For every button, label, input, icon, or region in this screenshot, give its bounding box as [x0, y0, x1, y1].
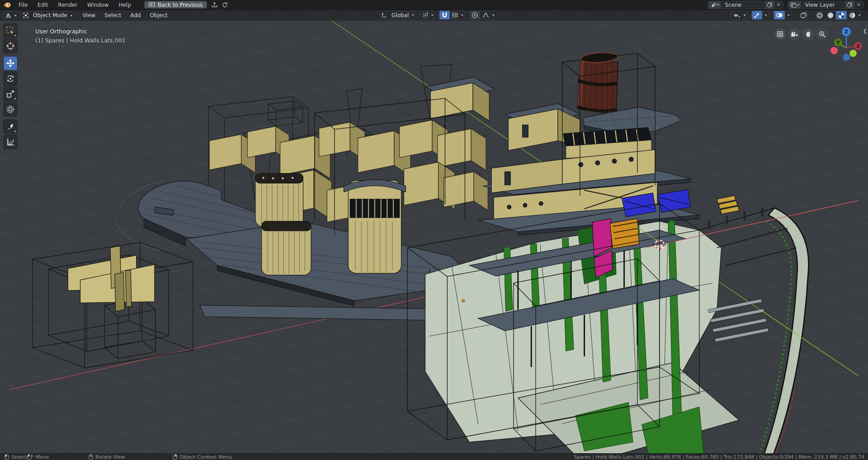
gizmo-axis-x-neg[interactable] — [830, 47, 838, 54]
blender-window: ▾ Object Mode ▾ View Select Add Object — [0, 0, 868, 460]
scene-unlink-button[interactable]: ✕ — [774, 2, 783, 8]
gizmos-toggle[interactable] — [752, 11, 762, 19]
hint-rotate-view-label: Rotate View — [95, 454, 125, 460]
gizmo-axis-y-neg[interactable] — [849, 50, 857, 57]
chevron-down-icon: ▾ — [431, 13, 433, 17]
orientation-label: Global — [389, 12, 411, 19]
hint-context-menu: Object Context Menu — [173, 454, 232, 460]
gizmo-axis-z-neg[interactable] — [843, 54, 850, 61]
shading-modes: ▾ — [813, 11, 862, 19]
tool-move[interactable] — [3, 56, 18, 70]
falloff-curve-icon[interactable] — [480, 11, 491, 19]
pivot-point-dropdown[interactable]: ▾ — [420, 11, 435, 19]
shading-material-icon[interactable] — [836, 11, 847, 19]
menu-edit[interactable]: Edit — [33, 0, 53, 10]
snap-group: ▾ — [439, 11, 465, 19]
axis-nav-gizmo[interactable]: Z Y X — [829, 23, 863, 61]
scene-selector: ▾ Scene ✕ — [708, 1, 783, 9]
export-icon[interactable] — [212, 2, 217, 8]
back-to-previous-button[interactable]: Back to Previous — [144, 1, 208, 9]
refresh-icon[interactable] — [222, 2, 228, 8]
xray-toggle[interactable] — [798, 11, 809, 19]
gizmo-axis-x-label: X — [856, 44, 860, 49]
view-layer-selector: ▾ View Layer ✕ — [788, 1, 863, 9]
chevron-down-icon: ▾ — [788, 13, 789, 17]
object-origin-dot — [462, 300, 465, 302]
chevron-down-icon: ▾ — [14, 14, 16, 18]
chevron-down-icon: ▾ — [461, 13, 463, 17]
viewport-nav-buttons — [774, 28, 828, 40]
viewport-header: ▾ Object Mode ▾ View Select Add Object — [0, 10, 868, 21]
view-layer-copy-button[interactable] — [845, 1, 854, 9]
hint-move: Move — [27, 454, 49, 460]
pivot-point-icon — [420, 11, 430, 19]
viewport-canvas[interactable]: ▾ Object Mode ▾ View Select Add Object — [0, 10, 868, 453]
snap-target-icon[interactable] — [450, 11, 460, 19]
tool-rotate[interactable] — [3, 71, 18, 86]
chevron-down-icon: ▾ — [717, 3, 719, 7]
menu-add[interactable]: Add — [126, 12, 145, 19]
shading-solid-icon[interactable] — [825, 11, 836, 19]
submenu-indicator — [14, 130, 16, 132]
menu-object[interactable]: Object — [145, 12, 172, 19]
menu-view[interactable]: View — [78, 12, 100, 19]
tool-select-box[interactable] — [3, 23, 18, 38]
overlays-toggle[interactable] — [774, 11, 785, 19]
sidebar-toggle-arrow[interactable]: ❮ — [863, 28, 867, 34]
snap-toggle[interactable] — [439, 11, 450, 19]
tool-shelf — [3, 23, 18, 149]
submenu-indicator — [14, 34, 16, 36]
topbar: File Edit Render Window Help Back to Pre… — [0, 0, 868, 10]
hint-select-label: Select — [11, 454, 27, 460]
tool-transform[interactable] — [3, 102, 18, 117]
view-layer-icon — [790, 2, 797, 8]
menu-window[interactable]: Window — [82, 0, 113, 10]
camera-view-button[interactable] — [788, 28, 800, 40]
proportional-edit-group: ▾ — [469, 11, 496, 19]
mode-dropdown[interactable]: Object Mode ▾ — [20, 11, 75, 20]
view-layer-remove-button[interactable]: ✕ — [854, 2, 863, 8]
scene-name-field[interactable]: Scene — [722, 2, 765, 8]
gizmo-axis-y-label: Y — [836, 40, 840, 45]
chevron-down-icon: ▾ — [412, 13, 414, 17]
shading-rendered-icon[interactable] — [847, 11, 858, 19]
blender-logo-icon[interactable] — [0, 2, 14, 8]
editor-type-button[interactable]: ▾ — [3, 11, 17, 20]
menu-render[interactable]: Render — [53, 0, 82, 10]
zoom-view-button[interactable] — [816, 28, 828, 40]
back-to-previous-label: Back to Previous — [158, 2, 203, 8]
scene-3d — [0, 10, 868, 453]
chevron-down-icon: ▾ — [492, 13, 494, 17]
view-layer-browse-button[interactable]: ▾ — [788, 1, 802, 9]
view-layer-name-field[interactable]: View Layer — [802, 2, 845, 8]
mouse-right-icon — [173, 454, 177, 460]
funnel — [577, 52, 618, 114]
tool-cursor[interactable] — [3, 39, 18, 53]
chevron-down-icon: ▾ — [744, 13, 745, 17]
menu-file[interactable]: File — [14, 0, 33, 10]
tool-annotate[interactable] — [3, 119, 18, 134]
scene-browse-button[interactable]: ▾ — [708, 1, 722, 9]
hint-rotate-view: Rotate View — [89, 454, 125, 460]
object-mode-icon — [21, 11, 31, 20]
pan-view-button[interactable] — [802, 28, 814, 40]
scene-copy-button[interactable] — [765, 1, 774, 9]
menu-select[interactable]: Select — [100, 12, 126, 19]
submenu-indicator — [14, 98, 16, 99]
tool-scale[interactable] — [3, 87, 18, 101]
chevron-down-icon: ▾ — [765, 13, 767, 17]
back-screen-icon — [149, 2, 155, 7]
scene-icon — [710, 2, 717, 8]
mouse-left-drag-icon — [27, 454, 33, 460]
orthographic-grid-button[interactable] — [774, 28, 786, 40]
chevron-down-icon: ▾ — [797, 3, 799, 7]
mouse-left-icon — [5, 454, 9, 460]
shading-wireframe-icon[interactable] — [814, 11, 825, 19]
status-bar: Select Move Rotate View Object Context M… — [0, 453, 868, 460]
gizmo-axis-z-label: Z — [844, 29, 848, 35]
object-visibility-dropdown[interactable]: ▾ — [731, 11, 747, 19]
transform-orientation-dropdown[interactable]: Global ▾ — [379, 11, 416, 19]
tool-measure[interactable] — [3, 135, 18, 149]
proportional-edit-toggle[interactable] — [470, 11, 480, 19]
menu-help[interactable]: Help — [113, 0, 136, 10]
